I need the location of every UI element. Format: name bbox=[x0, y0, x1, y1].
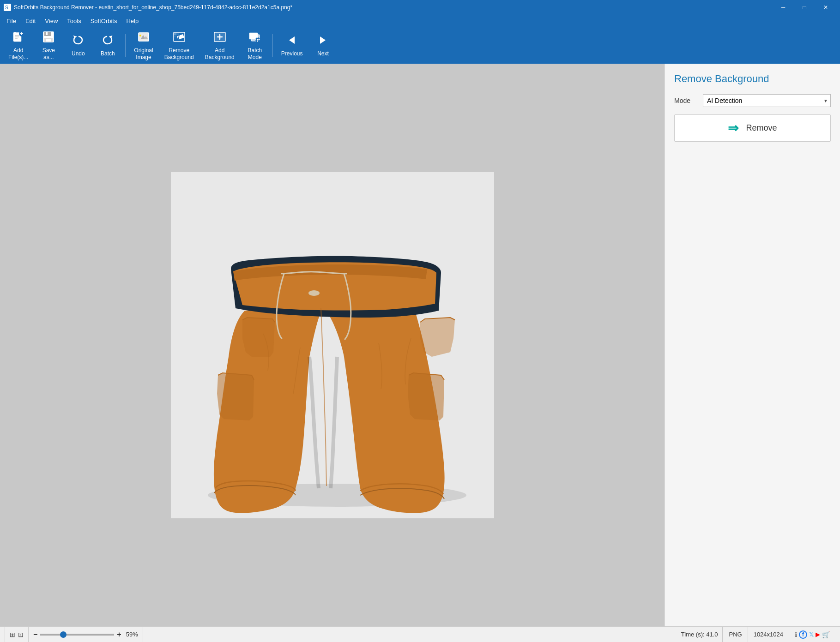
dimensions-section: 1024x1024 bbox=[748, 627, 789, 642]
svg-point-47 bbox=[308, 290, 320, 296]
batch-label: Batch bbox=[101, 50, 115, 57]
remove-button-label: Remove bbox=[746, 123, 777, 133]
titlebar: S SoftOrbits Background Remover - eustin… bbox=[0, 0, 840, 15]
svg-point-24 bbox=[139, 35, 141, 36]
menu-softorbits[interactable]: SoftOrbits bbox=[86, 17, 122, 25]
previous-button[interactable]: Previous bbox=[277, 30, 308, 61]
next-icon bbox=[316, 34, 329, 48]
grid-icon[interactable]: ⊞ bbox=[10, 631, 15, 638]
previous-label: Previous bbox=[281, 50, 303, 57]
statusbar-right: PNG 1024x1024 ℹ f 𝕏 ▶ 🛒 bbox=[723, 627, 835, 642]
add-bg-icon bbox=[213, 30, 226, 45]
svg-rect-16 bbox=[46, 32, 48, 35]
minimize-button[interactable]: ─ bbox=[773, 0, 794, 15]
window-controls: ─ □ ✕ bbox=[773, 0, 836, 15]
add-file-icon bbox=[12, 30, 25, 45]
statusbar: ⊞ ⊡ − + 59% Time (s): 41.0 PNG 1024x1024… bbox=[0, 626, 840, 642]
next-button[interactable]: Next bbox=[309, 30, 337, 61]
format-label: PNG bbox=[729, 631, 742, 638]
social-icons: ℹ f 𝕏 ▶ 🛒 bbox=[789, 627, 835, 642]
save-as-button[interactable]: Saveas... bbox=[35, 30, 62, 61]
cart-icon[interactable]: 🛒 bbox=[822, 631, 830, 638]
menu-edit[interactable]: Edit bbox=[21, 17, 40, 25]
app-icon: S bbox=[4, 4, 11, 11]
previous-icon bbox=[285, 34, 298, 48]
time-section: Time (s): 41.0 bbox=[677, 627, 723, 642]
remove-bg-label: RemoveBackground bbox=[164, 47, 194, 60]
crop-icon[interactable]: ⊡ bbox=[18, 631, 24, 638]
undo-icon bbox=[72, 34, 85, 48]
original-image-button[interactable]: OriginalImage bbox=[129, 30, 157, 61]
menubar: File Edit View Tools SoftOrbits Help bbox=[0, 15, 840, 27]
mode-select-wrapper: AI Detection Manual Color bbox=[703, 94, 831, 107]
svg-rect-18 bbox=[46, 39, 51, 42]
undo-button[interactable]: Undo bbox=[64, 30, 92, 61]
zoom-value: 59% bbox=[126, 631, 138, 638]
save-as-label: Saveas... bbox=[42, 47, 55, 60]
info-icon[interactable]: ℹ bbox=[795, 631, 797, 638]
facebook-icon[interactable]: f bbox=[799, 630, 807, 639]
batch-mode-icon bbox=[248, 30, 261, 45]
zoom-slider[interactable] bbox=[40, 634, 114, 636]
main-content: Remove Background Mode AI Detection Manu… bbox=[0, 64, 840, 626]
menu-help[interactable]: Help bbox=[121, 17, 143, 25]
twitter-icon[interactable]: 𝕏 bbox=[809, 631, 814, 638]
view-controls: ⊞ ⊡ bbox=[5, 627, 29, 642]
zoom-out-button[interactable]: − bbox=[33, 630, 37, 639]
batch-button[interactable]: Batch bbox=[94, 30, 121, 61]
svg-rect-27 bbox=[176, 33, 179, 35]
batch-mode-button[interactable]: BatchMode bbox=[241, 30, 269, 61]
add-files-label: AddFile(s)... bbox=[8, 47, 28, 60]
remove-bg-icon bbox=[173, 30, 186, 45]
original-icon bbox=[137, 30, 150, 45]
separator-2 bbox=[272, 34, 273, 57]
svg-rect-26 bbox=[174, 33, 176, 35]
batch-icon bbox=[101, 34, 114, 48]
svg-marker-44 bbox=[320, 36, 326, 44]
toolbar: AddFile(s)... Saveas... Undo bbox=[0, 27, 840, 64]
close-button[interactable]: ✕ bbox=[815, 0, 836, 15]
panel-title: Remove Background bbox=[674, 73, 831, 85]
save-icon bbox=[42, 30, 55, 45]
svg-marker-43 bbox=[289, 36, 295, 44]
batch-mode-label: BatchMode bbox=[248, 47, 262, 60]
format-section: PNG bbox=[723, 627, 747, 642]
separator-1 bbox=[125, 34, 126, 57]
add-files-button[interactable]: AddFile(s)... bbox=[4, 30, 33, 61]
canvas-area[interactable] bbox=[0, 64, 665, 626]
next-label: Next bbox=[317, 50, 329, 57]
menu-tools[interactable]: Tools bbox=[62, 17, 85, 25]
remove-background-toolbar-button[interactable]: RemoveBackground bbox=[160, 30, 199, 61]
add-background-button[interactable]: AddBackground bbox=[200, 30, 239, 61]
mode-select[interactable]: AI Detection Manual Color bbox=[703, 94, 831, 107]
time-label: Time (s): 41.0 bbox=[681, 631, 718, 638]
svg-point-38 bbox=[257, 39, 259, 41]
right-panel: Remove Background Mode AI Detection Manu… bbox=[665, 64, 840, 626]
undo-label: Undo bbox=[72, 50, 85, 57]
remove-arrow-icon: ⇒ bbox=[728, 120, 738, 136]
add-bg-label: AddBackground bbox=[205, 47, 235, 60]
original-image-label: OriginalImage bbox=[134, 47, 153, 60]
window-title: SoftOrbits Background Remover - eustin_s… bbox=[14, 4, 773, 11]
mode-label: Mode bbox=[674, 97, 697, 104]
menu-view[interactable]: View bbox=[40, 17, 62, 25]
dimensions-label: 1024x1024 bbox=[754, 631, 783, 638]
svg-rect-28 bbox=[174, 35, 176, 37]
restore-button[interactable]: □ bbox=[794, 0, 815, 15]
svg-text:S: S bbox=[5, 5, 8, 10]
remove-button[interactable]: ⇒ Remove bbox=[674, 114, 831, 142]
menu-file[interactable]: File bbox=[2, 17, 21, 25]
zoom-controls: − + 59% bbox=[29, 627, 143, 642]
youtube-icon[interactable]: ▶ bbox=[816, 631, 820, 638]
image-display bbox=[171, 172, 494, 518]
zoom-in-button[interactable]: + bbox=[117, 630, 121, 639]
mode-row: Mode AI Detection Manual Color bbox=[674, 94, 831, 107]
